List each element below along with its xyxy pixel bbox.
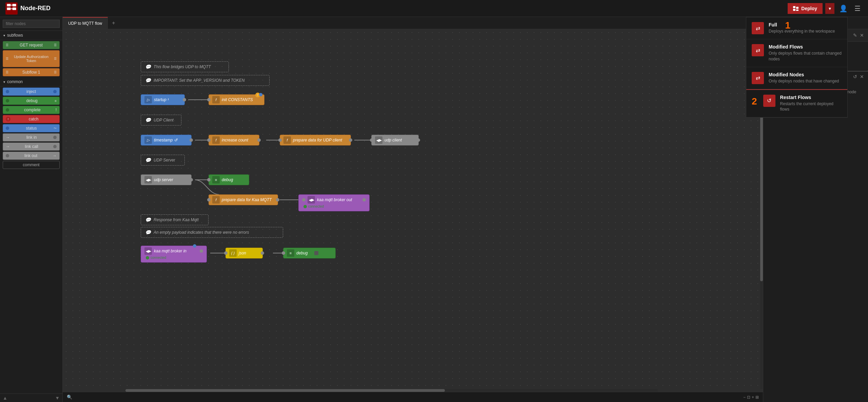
horizontal-scrollbar-thumb[interactable]: [125, 389, 445, 392]
status-bar: 🔍 − ⊡ + ⊞: [63, 392, 763, 402]
chevron-down-icon-2: ▾: [3, 80, 5, 84]
deploy-modified-nodes-icon: ⇄: [752, 72, 764, 84]
linkout-port: [6, 154, 9, 157]
main-layout: ▾ subflows ☰ GET request ☰ ☰ Update Auth…: [0, 17, 868, 402]
comment-icon-5: 💬: [145, 217, 151, 223]
canvas-node-debug2[interactable]: ≡ debug: [283, 248, 336, 259]
debug1-port-in[interactable]: [207, 178, 211, 181]
comment-label: comment: [6, 162, 57, 167]
udp-client-icon: ◀▶: [375, 136, 382, 144]
prepare-kaa-port-in[interactable]: [207, 198, 211, 202]
sidebar-item-update-auth[interactable]: ☰ Update Authorization Token ☰: [3, 50, 60, 67]
sidebar-item-subflow1[interactable]: ☰ Subflow 1 ☰: [3, 68, 60, 76]
horizontal-scrollbar[interactable]: [125, 389, 658, 392]
canvas-node-startup[interactable]: ▷ startup ¹: [141, 94, 185, 105]
deploy-option-modified-nodes[interactable]: ⇄ Modified Nodes Only deploys nodes that…: [746, 67, 847, 89]
prepare-kaa-port-out[interactable]: [276, 198, 279, 202]
search-icon[interactable]: 🔍: [67, 395, 72, 400]
deploy-option-restart[interactable]: 2 ↺ Restart Flows Restarts the current d…: [746, 89, 847, 118]
prepare-udp-port-in[interactable]: [278, 138, 282, 142]
linkout-icon: →: [53, 153, 57, 158]
debug-sidebar-label: debug: [9, 98, 55, 103]
sidebar-item-get-request[interactable]: ☰ GET request ☰: [3, 41, 60, 49]
subflow1-label: Subflow 1: [8, 70, 54, 75]
kaa-broker-out-port-out[interactable]: [362, 198, 366, 202]
deploy-option-modified-flows[interactable]: ⇄ Modified Flows Only deploys flows that…: [746, 39, 847, 67]
sidebar-item-complete[interactable]: complete !: [3, 106, 60, 114]
canvas-node-kaa-broker-out[interactable]: ◀▶ kaa mqtt broker out connected: [298, 194, 370, 211]
debug2-toggle[interactable]: [309, 251, 313, 255]
prepare-udp-port-out[interactable]: [349, 138, 352, 142]
tab-udp-mqtt-flow[interactable]: UDP to MQTT flow: [63, 17, 108, 29]
flow-canvas[interactable]: 💬 This flow bridges UDP to MQTT 💬 IMPORT…: [63, 29, 763, 402]
sidebar-search-area: [0, 17, 62, 31]
status-icon: 〜: [54, 126, 57, 131]
kaa-broker-out-port-in[interactable]: [302, 198, 305, 202]
canvas-node-udp-client[interactable]: ◀▶ udp client: [371, 135, 419, 146]
linkout-label: link out: [9, 153, 53, 158]
sidebar-item-debug[interactable]: debug ≡: [3, 97, 60, 105]
sidebar-item-linkin[interactable]: → link in: [3, 133, 60, 141]
json-port-out[interactable]: [261, 251, 264, 255]
canvas-node-init-constants[interactable]: f init CONSTANTS !: [209, 94, 264, 105]
flow-area: UDP to MQTT flow + ⚙ ▾: [63, 17, 763, 402]
startup-port-out[interactable]: [183, 98, 186, 101]
debug2-icon: ≡: [287, 249, 294, 257]
canvas-node-kaa-broker-in[interactable]: ◀▶ kaa mqtt broker in connected: [141, 246, 207, 263]
node-close-icon[interactable]: ✕: [860, 33, 864, 38]
zoom-plus-button[interactable]: +: [752, 395, 754, 400]
udp-client-port-out[interactable]: [417, 138, 420, 142]
sidebar-item-inject[interactable]: inject: [3, 88, 60, 96]
sidebar-item-linkcall[interactable]: → link call: [3, 142, 60, 151]
udp-server-port-out[interactable]: [190, 178, 193, 181]
sidebar-item-status[interactable]: status 〜: [3, 124, 60, 132]
debug2-port-in[interactable]: [282, 251, 285, 255]
update-auth-port-left: ☰: [6, 57, 8, 60]
init-constants-blue-dot: [259, 93, 262, 96]
user-icon-button[interactable]: 👤: [837, 2, 850, 15]
init-constants-port-in[interactable]: [207, 98, 211, 101]
kaa-broker-in-port-out[interactable]: [200, 249, 203, 253]
udp-client-port-in[interactable]: [370, 138, 373, 142]
debug-port-left: [6, 99, 9, 102]
json-icon: { }: [229, 249, 237, 257]
deploy-option-full[interactable]: ⇄ Full Deploys everything in the workspa…: [746, 17, 847, 39]
sidebar-scroll-down-icon[interactable]: ▼: [55, 395, 60, 401]
canvas-node-json[interactable]: { } json: [225, 248, 263, 259]
json-port-in[interactable]: [224, 251, 228, 255]
menu-button[interactable]: ☰: [852, 2, 863, 15]
sidebar-scroll-up-icon[interactable]: ▲: [3, 395, 7, 401]
zoom-reset-button[interactable]: ⊞: [755, 395, 759, 400]
debug1-toggle[interactable]: [234, 178, 238, 182]
prepare-kaa-icon: f: [212, 196, 220, 204]
sidebar-item-catch[interactable]: ! catch: [3, 115, 60, 123]
debug2-toggle2[interactable]: [314, 251, 318, 255]
canvas-node-debug1[interactable]: ≡ debug: [209, 174, 249, 185]
sidebar-section-subflows[interactable]: ▾ subflows: [0, 31, 62, 40]
deploy-full-icon: ⇄: [752, 22, 764, 34]
canvas-node-udp-server[interactable]: ◀▶ udp server: [141, 174, 192, 185]
increase-count-port-in[interactable]: [207, 138, 211, 142]
zoom-minus-button[interactable]: −: [743, 395, 746, 400]
sidebar-section-common[interactable]: ▾ common: [0, 77, 62, 87]
startup-icon: ▷: [144, 96, 152, 103]
deploy-button[interactable]: Deploy: [788, 3, 823, 14]
canvas-node-prepare-udp[interactable]: f prepare data for UDP client: [280, 135, 351, 146]
kaa-broker-out-label: kaa mqtt broker out: [317, 197, 352, 202]
zoom-fit-button[interactable]: ⊡: [747, 395, 750, 400]
kaa-broker-out-connected: connected: [302, 205, 324, 208]
help-close-icon[interactable]: ✕: [860, 74, 864, 79]
canvas-node-prepare-kaa[interactable]: f prepare data for Kaa MQTT: [209, 194, 278, 205]
add-tab-button[interactable]: +: [108, 20, 119, 26]
search-input[interactable]: [3, 20, 60, 28]
debug1-icon: ≡: [212, 176, 220, 184]
deploy-dropdown-button[interactable]: ▾: [825, 3, 834, 14]
sidebar-item-comment[interactable]: comment: [3, 161, 60, 169]
node-edit-icon[interactable]: ✎: [853, 33, 857, 38]
canvas-node-timestamp[interactable]: ▷ timestamp ↺: [141, 135, 192, 146]
canvas-node-increase-count[interactable]: f increase count: [209, 135, 259, 146]
increase-count-port-out[interactable]: [257, 138, 261, 142]
timestamp-port-out[interactable]: [190, 138, 193, 142]
sidebar-item-linkout[interactable]: link out →: [3, 152, 60, 160]
help-refresh-icon[interactable]: ↺: [853, 74, 857, 79]
